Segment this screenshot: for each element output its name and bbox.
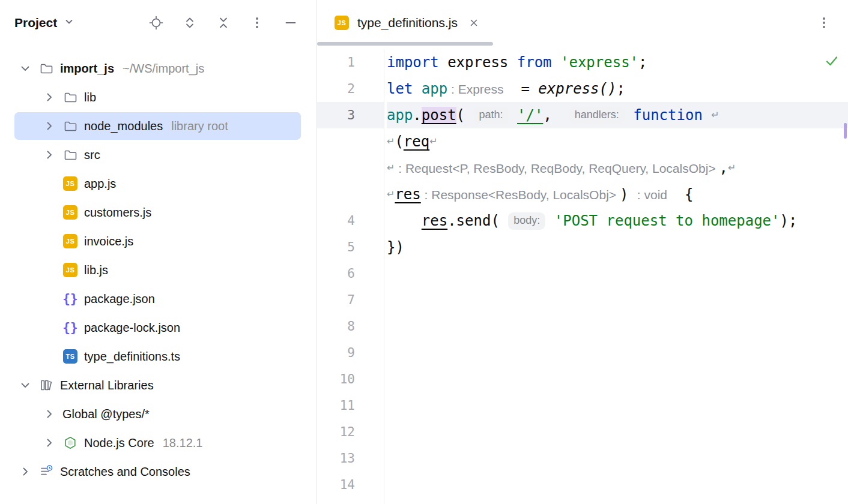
code-token: app — [387, 107, 413, 124]
tree-item-node-js-core[interactable]: Node.js Core18.12.1 — [0, 428, 316, 457]
line-number[interactable] — [317, 128, 384, 155]
line-number[interactable]: 7 — [317, 287, 384, 313]
ide-window: Project import_js~/WS/import_jslibnode_m… — [0, 0, 848, 504]
code-line[interactable]: ↵res : Response<ResBody, LocalsObj> ) : … — [387, 181, 848, 208]
chevron-down-icon[interactable] — [18, 61, 32, 76]
chevron-right-icon[interactable] — [42, 90, 56, 104]
chevron-right-icon[interactable] — [42, 148, 56, 162]
tree-item-import-js[interactable]: import_js~/WS/import_js — [0, 54, 316, 83]
tree-item-external-libraries[interactable]: External Libraries — [0, 371, 316, 400]
chevron-right-icon[interactable] — [18, 464, 32, 479]
code-line[interactable]: res.send( body: 'POST request to homepag… — [387, 208, 848, 234]
collapse-all-button[interactable] — [216, 15, 231, 31]
code-token: { — [667, 186, 693, 203]
code-token — [413, 80, 421, 97]
tree-item-package-lock-json[interactable]: {}package-lock.json — [0, 313, 316, 342]
tree-item-package-json[interactable]: {}package.json — [0, 284, 316, 313]
tree-item-lib-js[interactable]: JSlib.js — [0, 256, 316, 284]
tree-item-node-modules[interactable]: node_moduleslibrary root — [0, 112, 316, 140]
code-token: express() — [538, 80, 616, 97]
code-line[interactable]: let app : Express = express(); — [387, 76, 848, 102]
line-number[interactable]: 14 — [317, 472, 384, 498]
chevron-down-icon[interactable] — [18, 378, 32, 392]
tree-item-label: lib — [84, 91, 96, 104]
code-token: : Response<ResBody, LocalsObj> — [421, 188, 620, 202]
code-token: : void — [637, 188, 667, 202]
editor-tab-type-definitions[interactable]: JS type_definitions.js — [317, 0, 493, 46]
line-number[interactable]: 8 — [317, 313, 384, 340]
folder-icon — [62, 147, 78, 163]
tree-item-type-definitions-ts[interactable]: TStype_definitions.ts — [0, 342, 316, 371]
code-token: send — [456, 212, 491, 229]
line-number[interactable]: 2 — [317, 76, 384, 102]
code-line[interactable]: ↵ : Request<P, ResBody, ReqBody, ReqQuer… — [387, 155, 848, 181]
editor-area: JS type_definitions.js 12345678910111213… — [317, 0, 848, 504]
tree-item-invoice-js[interactable]: JSinvoice.js — [0, 227, 316, 256]
code-line[interactable]: import express from 'express'; — [387, 49, 848, 76]
tree-item-label: type_definitions.ts — [84, 350, 180, 364]
chevron-right-icon[interactable] — [42, 119, 56, 133]
folder-icon — [38, 61, 54, 76]
locate-button[interactable] — [148, 15, 164, 31]
line-number[interactable]: 1 — [317, 49, 384, 76]
code-area[interactable]: import express from 'express';let app : … — [384, 49, 848, 504]
chevron-right-icon[interactable] — [42, 436, 56, 450]
tree-item-suffix: ~/WS/import_js — [123, 62, 204, 76]
code-line[interactable]: ↵(req↵ — [387, 128, 848, 155]
soft-wrap-icon: ↵ — [429, 136, 437, 147]
js-icon: JS — [62, 233, 78, 249]
line-number[interactable]: 3 — [317, 102, 384, 128]
line-number[interactable]: 9 — [317, 340, 384, 366]
code-token: express — [439, 54, 517, 71]
code-token — [552, 54, 560, 71]
chevron-spacer — [42, 234, 56, 248]
tree-item-scratches-and-consoles[interactable]: Scratches and Consoles — [0, 457, 316, 486]
tree-item-customers-js[interactable]: JScustomers.js — [0, 198, 316, 227]
code-line[interactable]: }) — [387, 234, 848, 260]
scrollbar-caret-mark[interactable] — [844, 123, 847, 139]
code-token: path: — [474, 107, 509, 124]
json-icon: {} — [62, 320, 78, 335]
chevron-right-icon[interactable] — [42, 407, 56, 421]
code-token: handlers: — [569, 107, 625, 124]
code-token — [703, 107, 711, 124]
hide-button[interactable] — [283, 15, 298, 31]
line-number[interactable]: 11 — [317, 392, 384, 419]
line-number[interactable]: 13 — [317, 445, 384, 472]
folder-icon — [62, 89, 78, 105]
line-number[interactable]: 6 — [317, 260, 384, 287]
code-token — [625, 107, 633, 124]
expand-all-button[interactable] — [182, 15, 198, 31]
line-number[interactable]: 12 — [317, 419, 384, 445]
line-number[interactable]: 10 — [317, 366, 384, 392]
tree-item-lib[interactable]: lib — [0, 83, 316, 112]
line-number[interactable] — [317, 155, 384, 181]
tree-item-global-types[interactable]: Global @types/* — [0, 400, 316, 428]
tree-item-label: import_js — [60, 62, 114, 76]
chevron-spacer — [42, 292, 56, 306]
project-tree: import_js~/WS/import_jslibnode_modulesli… — [0, 46, 316, 486]
line-number[interactable] — [317, 181, 384, 208]
code-line[interactable]: app.post( path: '/', handlers: function … — [387, 102, 848, 128]
project-view-selector[interactable]: Project — [14, 16, 75, 31]
code-token: body: — [508, 212, 545, 230]
line-number[interactable]: 5 — [317, 234, 384, 260]
project-panel: Project import_js~/WS/import_jslibnode_m… — [0, 0, 317, 504]
code-token: ; — [616, 80, 625, 97]
json-icon: {} — [62, 291, 78, 307]
more-options-icon[interactable] — [817, 16, 831, 30]
tree-item-app-js[interactable]: JSapp.js — [0, 169, 316, 198]
more-options-button[interactable] — [249, 15, 265, 31]
chevron-spacer — [42, 320, 56, 335]
code-token: }) — [387, 239, 404, 256]
tree-item-suffix: library root — [171, 119, 228, 133]
code-token: '/' — [517, 107, 543, 124]
tree-item-label: invoice.js — [84, 235, 133, 248]
code-token: app — [422, 80, 447, 97]
tree-item-label: Scratches and Consoles — [60, 465, 190, 479]
code-token: . — [447, 212, 456, 229]
line-number[interactable]: 4 — [317, 208, 384, 234]
close-icon[interactable] — [468, 17, 480, 29]
tree-item-src[interactable]: src — [0, 140, 316, 169]
scratches-icon — [38, 464, 54, 479]
